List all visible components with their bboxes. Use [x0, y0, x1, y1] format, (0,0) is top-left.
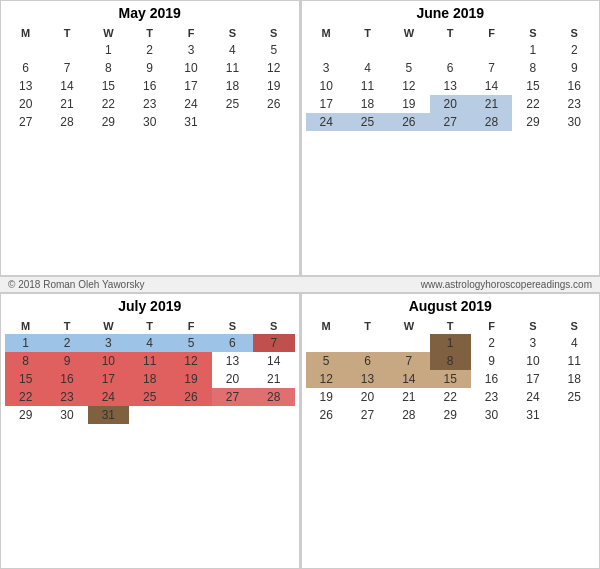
may-cell: 1: [88, 41, 129, 59]
table-row: 17 18 19 20 21 22 23: [306, 95, 596, 113]
may-cell: 5: [253, 41, 294, 59]
table-row: 22 23 24 25 26 27 28: [5, 388, 295, 406]
july-cell: 4: [129, 334, 170, 352]
july-cell: 5: [170, 334, 211, 352]
july-cell: 28: [253, 388, 294, 406]
may-cell: 30: [129, 113, 170, 131]
june-header-s1: S: [512, 25, 553, 41]
may-cell: [5, 41, 46, 59]
july-cell: 14: [253, 352, 294, 370]
june-cell: 2: [554, 41, 595, 59]
table-row: 13 14 15 16 17 18 19: [5, 77, 295, 95]
july-cell: 29: [5, 406, 46, 424]
aug-cell: 5: [306, 352, 347, 370]
june-cell: 12: [388, 77, 429, 95]
may-cell: 2: [129, 41, 170, 59]
table-row: 15 16 17 18 19 20 21: [5, 370, 295, 388]
aug-cell: 8: [430, 352, 471, 370]
table-row: 6 7 8 9 10 11 12: [5, 59, 295, 77]
may-header-t2: T: [129, 25, 170, 41]
june-cell: 7: [471, 59, 512, 77]
june-header-m: M: [306, 25, 347, 41]
july-cell: 13: [212, 352, 253, 370]
aug-header-w: W: [388, 318, 429, 334]
june-cell: 17: [306, 95, 347, 113]
june-cell: 16: [554, 77, 595, 95]
table-row: 19 20 21 22 23 24 25: [306, 388, 596, 406]
main-container: May 2019 M T W T F S S: [0, 0, 600, 569]
table-row: 10 11 12 13 14 15 16: [306, 77, 596, 95]
may-cell: 11: [212, 59, 253, 77]
table-row: 3 4 5 6 7 8 9: [306, 59, 596, 77]
july-cell: 7: [253, 334, 294, 352]
aug-cell: 3: [512, 334, 553, 352]
aug-cell: 7: [388, 352, 429, 370]
june-cell: [347, 41, 388, 59]
may-cell: 29: [88, 113, 129, 131]
july-header-m: M: [5, 318, 46, 334]
july-cell: [170, 406, 211, 424]
aug-cell: 10: [512, 352, 553, 370]
may-cell: 4: [212, 41, 253, 59]
copyright-right: www.astrologyhoroscopereadings.com: [421, 279, 592, 290]
june-title: June 2019: [306, 5, 596, 21]
july-cell: 6: [212, 334, 253, 352]
aug-cell: 15: [430, 370, 471, 388]
copyright-left: © 2018 Roman Oleh Yaworsky: [8, 279, 145, 290]
june-cell-highlighted: 25: [347, 113, 388, 131]
aug-cell: 23: [471, 388, 512, 406]
june-cell: 13: [430, 77, 471, 95]
aug-cell: 26: [306, 406, 347, 424]
may-cell: 7: [46, 59, 87, 77]
aug-cell: [347, 334, 388, 352]
aug-cell: 6: [347, 352, 388, 370]
june-cell: 6: [430, 59, 471, 77]
july-cell: 24: [88, 388, 129, 406]
july-cell: [253, 406, 294, 424]
aug-cell: 21: [388, 388, 429, 406]
june-cell-highlighted: 24: [306, 113, 347, 131]
july-cell: 12: [170, 352, 211, 370]
june-cell: 8: [512, 59, 553, 77]
table-row: 20 21 22 23 24 25 26: [5, 95, 295, 113]
july-cell: 25: [129, 388, 170, 406]
july-cell: 16: [46, 370, 87, 388]
june-cell: 1: [512, 41, 553, 59]
may-cell: 13: [5, 77, 46, 95]
july-cell: 27: [212, 388, 253, 406]
may-cell: 23: [129, 95, 170, 113]
may-calendar: May 2019 M T W T F S S: [0, 0, 300, 276]
july-cell: 18: [129, 370, 170, 388]
aug-cell: 12: [306, 370, 347, 388]
aug-cell: 4: [554, 334, 595, 352]
copyright-bar: © 2018 Roman Oleh Yaworsky www.astrology…: [0, 276, 600, 293]
june-header-f: F: [471, 25, 512, 41]
june-cell: 23: [554, 95, 595, 113]
july-cell: 15: [5, 370, 46, 388]
june-cell: [388, 41, 429, 59]
aug-cell: [388, 334, 429, 352]
may-cell: [253, 113, 294, 131]
may-cell: 14: [46, 77, 87, 95]
may-cell: 10: [170, 59, 211, 77]
may-cell: 31: [170, 113, 211, 131]
may-cell: 12: [253, 59, 294, 77]
july-header-w: W: [88, 318, 129, 334]
june-cell: 4: [347, 59, 388, 77]
july-calendar: July 2019 M T W T F S S 1: [0, 293, 300, 569]
aug-cell: 16: [471, 370, 512, 388]
may-cell: 19: [253, 77, 294, 95]
aug-cell: 9: [471, 352, 512, 370]
may-cell: 27: [5, 113, 46, 131]
june-cell: 22: [512, 95, 553, 113]
july-cell: 19: [170, 370, 211, 388]
june-header-w: W: [388, 25, 429, 41]
july-title: July 2019: [5, 298, 295, 314]
june-cell: 10: [306, 77, 347, 95]
may-header-s2: S: [253, 25, 294, 41]
july-header-s2: S: [253, 318, 294, 334]
july-cell: 20: [212, 370, 253, 388]
aug-cell: 25: [554, 388, 595, 406]
aug-cell: 31: [512, 406, 553, 424]
july-cell: 30: [46, 406, 87, 424]
